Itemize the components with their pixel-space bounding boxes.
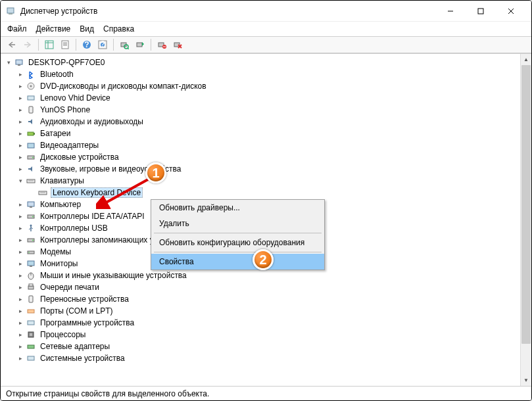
tree-category[interactable]: ▸Аудиовходы и аудиовыходы	[1, 116, 520, 128]
scroll-down-button[interactable]: ▼	[521, 375, 531, 386]
expander-icon[interactable]: ▸	[16, 295, 24, 303]
expander-icon[interactable]: ▸	[16, 200, 24, 208]
tree-category[interactable]: ▸Системные устройства	[1, 352, 520, 364]
menu-file[interactable]: Файл	[7, 24, 27, 34]
svg-rect-58	[30, 266, 32, 267]
expander-icon[interactable]: ▸	[16, 82, 24, 90]
expander-icon[interactable]: ▸	[16, 106, 24, 114]
device-icon	[26, 116, 36, 127]
help-icon[interactable]: ?	[80, 37, 94, 52]
device-icon	[26, 341, 36, 352]
help-topics-icon[interactable]: ?	[95, 37, 110, 52]
expander-icon[interactable]: ▸	[16, 319, 24, 327]
tree-root[interactable]: ▾DESKTOP-QPF7OE0	[1, 57, 520, 68]
expander-icon[interactable]: ▾	[5, 59, 12, 66]
show-hide-icon[interactable]	[42, 37, 57, 52]
forward-button[interactable]	[20, 37, 35, 52]
tree-category[interactable]: ▸Батареи	[1, 128, 520, 139]
expander-icon[interactable]: ▸	[16, 331, 24, 339]
svg-rect-23	[137, 43, 142, 47]
annotation-badge-2: 2	[253, 249, 274, 270]
tree-category[interactable]: ▸Программные устройства	[1, 317, 520, 329]
device-icon	[26, 128, 36, 139]
device-icon	[26, 235, 36, 245]
device-icon	[26, 306, 36, 316]
expander-icon[interactable]: ▸	[16, 224, 24, 232]
expander-icon[interactable]: ▸	[16, 94, 24, 102]
tree-category[interactable]: ▸DVD-дисководы и дисководы компакт-диско…	[1, 80, 520, 92]
context-properties[interactable]: Свойства	[151, 254, 324, 270]
svg-rect-31	[18, 64, 20, 66]
tree-category[interactable]: ▸Порты (COM и LPT)	[1, 305, 520, 317]
tree-item-label: Программные устройства	[39, 318, 135, 327]
tree-category[interactable]: ▸Дисковые устройства	[1, 151, 520, 163]
tree-item-label: Видеоадаптеры	[39, 141, 100, 150]
device-icon	[26, 329, 36, 340]
device-icon	[14, 57, 24, 68]
close-button[interactable]	[496, 1, 526, 21]
tree-item-label: Мыши и иные указывающие устройства	[39, 271, 188, 280]
svg-rect-68	[28, 345, 34, 348]
tree-category[interactable]: ▸Bluetooth	[1, 68, 520, 80]
tree-category[interactable]: ▸Lenovo Vhid Device	[1, 92, 520, 104]
menu-help[interactable]: Справка	[103, 24, 134, 34]
back-button[interactable]	[5, 37, 19, 52]
expander-icon[interactable]: ▸	[16, 130, 24, 137]
update-driver-icon[interactable]	[133, 37, 147, 52]
tree-category[interactable]: ▾Клавиатуры	[1, 175, 520, 187]
context-update-drivers[interactable]: Обновить драйверы...	[151, 200, 324, 216]
context-rescan[interactable]: Обновить конфигурацию оборудования	[151, 235, 324, 250]
menu-view[interactable]: Вид	[80, 24, 94, 34]
toolbar: ? ?	[1, 36, 531, 53]
device-icon	[26, 152, 36, 162]
scroll-thumb[interactable]	[521, 65, 531, 344]
tree-category[interactable]: ▸Процессоры	[1, 329, 520, 341]
scroll-up-button[interactable]: ▲	[521, 54, 531, 65]
svg-rect-11	[62, 41, 68, 49]
expander-icon[interactable]: ▸	[16, 70, 24, 78]
svg-text:?: ?	[84, 40, 89, 49]
context-remove[interactable]: Удалить	[151, 216, 324, 231]
maximize-button[interactable]	[466, 1, 496, 21]
svg-rect-67	[30, 333, 32, 336]
expander-icon[interactable]: ▸	[16, 307, 24, 315]
tree-category[interactable]: ▸Переносные устройства	[1, 293, 520, 305]
expander-icon[interactable]: ▸	[16, 141, 24, 149]
expander-icon[interactable]: ▸	[16, 165, 24, 173]
tree-category[interactable]: ▸Очереди печати	[1, 281, 520, 293]
svg-rect-46	[30, 206, 32, 208]
tree-item-label: Системные устройства	[39, 354, 126, 363]
vertical-scrollbar[interactable]: ▲ ▼	[520, 54, 531, 386]
svg-rect-62	[29, 284, 33, 286]
expander-icon[interactable]: ▸	[16, 271, 24, 279]
expander-icon[interactable]: ▸	[16, 153, 24, 161]
expander-icon[interactable]: ▸	[16, 212, 24, 220]
tree-category[interactable]: ▸Видеоадаптеры	[1, 139, 520, 151]
tree-device-selected[interactable]: Lenovo Keyboard Device	[1, 187, 520, 199]
expander-icon[interactable]: ▸	[16, 342, 24, 350]
expander-icon[interactable]: ▸	[16, 248, 24, 256]
menu-action[interactable]: Действие	[36, 24, 71, 34]
scan-hardware-icon[interactable]	[117, 37, 132, 52]
expander-icon[interactable]	[28, 189, 36, 197]
window-controls	[435, 1, 526, 21]
tree-item-label: Очереди печати	[39, 283, 101, 292]
tree-category[interactable]: ▸Мыши и иные указывающие устройства	[1, 270, 520, 281]
device-icon	[26, 199, 36, 210]
expander-icon[interactable]: ▸	[16, 118, 24, 126]
disable-icon[interactable]	[170, 37, 185, 52]
tree-category[interactable]: ▸Сетевые адаптеры	[1, 341, 520, 352]
expander-icon[interactable]: ▸	[16, 283, 24, 291]
tree-item-label: Дисковые устройства	[39, 153, 120, 162]
device-icon	[26, 164, 36, 174]
expander-icon[interactable]: ▾	[16, 177, 24, 185]
expander-icon[interactable]: ▸	[16, 260, 24, 268]
properties-icon[interactable]	[58, 37, 72, 52]
expander-icon[interactable]: ▸	[16, 354, 24, 362]
tree-category[interactable]: ▸Звуковые, игровые и видеоустройства	[1, 163, 520, 175]
minimize-button[interactable]	[435, 1, 466, 21]
tree-category[interactable]: ▸YunOS Phone	[1, 104, 520, 116]
statusbar: Открытие страницы свойств для выделенног…	[1, 386, 531, 400]
expander-icon[interactable]: ▸	[16, 236, 24, 244]
uninstall-icon[interactable]	[155, 37, 169, 52]
